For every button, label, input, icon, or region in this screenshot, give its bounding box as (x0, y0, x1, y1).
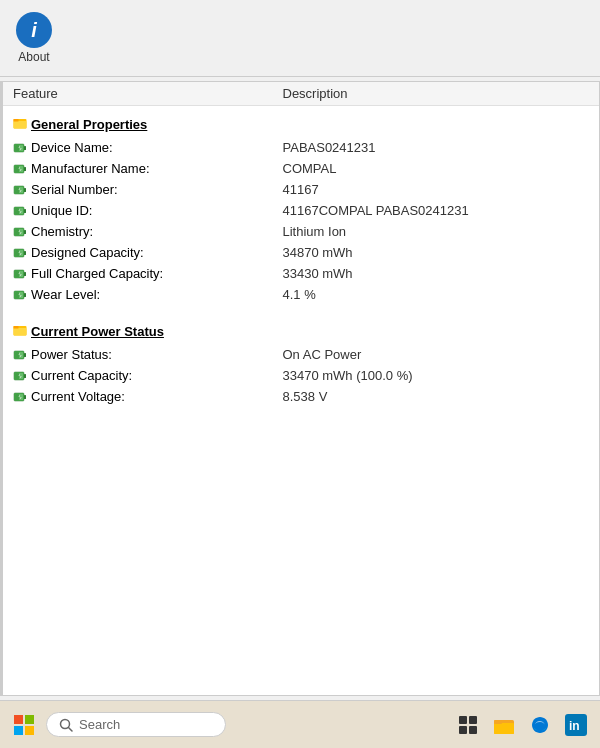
description-cell: PABAS0241231 (273, 137, 600, 158)
toolbar: i About (0, 0, 600, 77)
svg-rect-45 (15, 373, 19, 379)
svg-rect-8 (24, 167, 26, 171)
start-button[interactable] (8, 709, 40, 741)
file-explorer-icon[interactable] (488, 709, 520, 741)
linkedin-icon[interactable]: in (560, 709, 592, 741)
feature-label: Current Capacity: (31, 368, 132, 383)
table-body: General Properties Device Name: PABAS024… (3, 106, 599, 408)
table-row: Chemistry: Lithium Ion (3, 221, 599, 242)
battery-icon (13, 162, 27, 176)
battery-icon (13, 267, 27, 281)
svg-rect-41 (15, 352, 19, 358)
feature-cell: Full Charged Capacity: (13, 266, 263, 281)
feature-label: Wear Level: (31, 287, 100, 302)
windows-logo (14, 715, 34, 735)
svg-rect-49 (15, 394, 19, 400)
svg-rect-4 (24, 146, 26, 150)
svg-rect-30 (15, 271, 19, 277)
svg-rect-2 (14, 119, 19, 122)
description-cell: 33470 mWh (100.0 %) (273, 365, 600, 386)
svg-rect-43 (24, 374, 26, 378)
description-cell: Lithium Ion (273, 221, 600, 242)
battery-icon (13, 390, 27, 404)
description-cell: 33430 mWh (273, 263, 600, 284)
svg-rect-20 (24, 230, 26, 234)
feature-label: Designed Capacity: (31, 245, 144, 260)
svg-text:in: in (569, 719, 580, 733)
table-row: Full Charged Capacity: 33430 mWh (3, 263, 599, 284)
svg-rect-24 (24, 251, 26, 255)
main-content: Feature Description General Properties D… (0, 81, 600, 696)
col-feature-header: Feature (3, 82, 273, 106)
description-cell: COMPAL (273, 158, 600, 179)
svg-rect-53 (469, 716, 477, 724)
feature-cell: Device Name: (13, 140, 263, 155)
battery-icon (13, 183, 27, 197)
table-row: Manufacturer Name: COMPAL (3, 158, 599, 179)
about-icon: i (16, 12, 52, 48)
svg-rect-28 (24, 272, 26, 276)
svg-rect-52 (459, 716, 467, 724)
battery-icon (13, 369, 27, 383)
battery-icon (13, 141, 27, 155)
feature-label: Power Status: (31, 347, 112, 362)
table-row: Current Voltage: 8.538 V (3, 386, 599, 407)
battery-icon (13, 204, 27, 218)
feature-label: Device Name: (31, 140, 113, 155)
table-row: Power Status: On AC Power (3, 344, 599, 365)
feature-label: Full Charged Capacity: (31, 266, 163, 281)
svg-rect-37 (14, 326, 19, 329)
search-icon (59, 718, 73, 732)
svg-rect-34 (15, 292, 19, 298)
svg-rect-57 (494, 723, 514, 734)
section-title-1: Current Power Status (13, 323, 589, 340)
table-row: Device Name: PABAS0241231 (3, 137, 599, 158)
spacer-row (3, 305, 599, 313)
table-row: Serial Number: 41167 (3, 179, 599, 200)
folder-icon-0 (13, 116, 27, 133)
edge-icon[interactable] (524, 709, 556, 741)
feature-cell: Unique ID: (13, 203, 263, 218)
description-cell: 8.538 V (273, 386, 600, 407)
search-placeholder: Search (79, 717, 120, 732)
svg-rect-22 (15, 229, 19, 235)
svg-rect-58 (494, 720, 502, 724)
svg-rect-36 (14, 328, 27, 336)
feature-cell: Designed Capacity: (13, 245, 263, 260)
feature-cell: Serial Number: (13, 182, 263, 197)
feature-cell: Current Capacity: (13, 368, 263, 383)
feature-cell: Chemistry: (13, 224, 263, 239)
svg-rect-55 (469, 726, 477, 734)
svg-rect-1 (14, 121, 27, 129)
battery-icon (13, 288, 27, 302)
taskbar-icons: in (452, 709, 592, 741)
feature-cell: Current Voltage: (13, 389, 263, 404)
section-title-0: General Properties (13, 116, 589, 133)
task-view-icon[interactable] (452, 709, 484, 741)
battery-icon (13, 246, 27, 260)
about-label: About (18, 50, 49, 64)
svg-rect-6 (15, 145, 19, 151)
description-cell: On AC Power (273, 344, 600, 365)
svg-rect-54 (459, 726, 467, 734)
svg-rect-14 (15, 187, 19, 193)
info-table: Feature Description General Properties D… (3, 82, 599, 407)
description-cell: 41167COMPAL PABAS0241231 (273, 200, 600, 221)
section-header-0: General Properties (3, 106, 599, 138)
table-row: Wear Level: 4.1 % (3, 284, 599, 305)
taskbar: Search (0, 700, 600, 748)
svg-rect-10 (15, 166, 19, 172)
svg-rect-47 (24, 395, 26, 399)
description-cell: 41167 (273, 179, 600, 200)
battery-icon (13, 225, 27, 239)
about-toolbar-item[interactable]: i About (10, 8, 58, 68)
battery-icon (13, 348, 27, 362)
description-cell: 4.1 % (273, 284, 600, 305)
col-description-header: Description (273, 82, 600, 106)
svg-rect-16 (24, 209, 26, 213)
svg-line-51 (69, 727, 73, 731)
section-header-1: Current Power Status (3, 313, 599, 344)
search-bar[interactable]: Search (46, 712, 226, 737)
description-cell: 34870 mWh (273, 242, 600, 263)
table-row: Designed Capacity: 34870 mWh (3, 242, 599, 263)
